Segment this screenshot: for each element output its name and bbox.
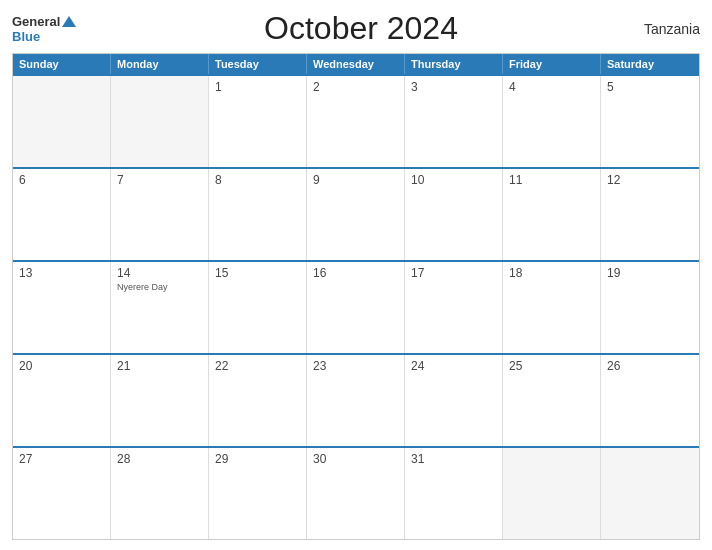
day-number: 7 xyxy=(117,173,202,187)
page-header: General Blue October 2024 Tanzania xyxy=(12,10,700,47)
weekday-header: Thursday xyxy=(405,54,503,74)
calendar-cell: 25 xyxy=(503,355,601,446)
day-number: 3 xyxy=(411,80,496,94)
day-number: 4 xyxy=(509,80,594,94)
day-number: 18 xyxy=(509,266,594,280)
day-number: 24 xyxy=(411,359,496,373)
calendar-grid: SundayMondayTuesdayWednesdayThursdayFrid… xyxy=(12,53,700,540)
day-number: 21 xyxy=(117,359,202,373)
calendar-cell: 20 xyxy=(13,355,111,446)
day-number: 11 xyxy=(509,173,594,187)
calendar-cell: 22 xyxy=(209,355,307,446)
calendar-week-row: 1314Nyerere Day1516171819 xyxy=(13,260,699,353)
calendar-cell: 9 xyxy=(307,169,405,260)
calendar-cell xyxy=(503,448,601,539)
day-number: 8 xyxy=(215,173,300,187)
calendar-cell xyxy=(111,76,209,167)
calendar-cell: 14Nyerere Day xyxy=(111,262,209,353)
holiday-label: Nyerere Day xyxy=(117,282,202,292)
calendar-cell: 4 xyxy=(503,76,601,167)
calendar-cell: 8 xyxy=(209,169,307,260)
calendar-cell: 10 xyxy=(405,169,503,260)
calendar-cell: 11 xyxy=(503,169,601,260)
calendar-cell: 29 xyxy=(209,448,307,539)
day-number: 15 xyxy=(215,266,300,280)
weekday-header: Tuesday xyxy=(209,54,307,74)
day-number: 25 xyxy=(509,359,594,373)
logo: General Blue xyxy=(12,14,92,44)
day-number: 17 xyxy=(411,266,496,280)
day-number: 31 xyxy=(411,452,496,466)
day-number: 12 xyxy=(607,173,693,187)
weekday-header: Wednesday xyxy=(307,54,405,74)
day-number: 14 xyxy=(117,266,202,280)
weekday-header: Friday xyxy=(503,54,601,74)
calendar-cell: 21 xyxy=(111,355,209,446)
calendar-cell xyxy=(13,76,111,167)
calendar-cell: 17 xyxy=(405,262,503,353)
calendar-cell: 23 xyxy=(307,355,405,446)
calendar-cell: 30 xyxy=(307,448,405,539)
weekday-header: Saturday xyxy=(601,54,699,74)
calendar-cell: 27 xyxy=(13,448,111,539)
calendar-cell: 2 xyxy=(307,76,405,167)
country-label: Tanzania xyxy=(630,21,700,37)
calendar-cell: 13 xyxy=(13,262,111,353)
calendar-cell: 7 xyxy=(111,169,209,260)
calendar-week-row: 6789101112 xyxy=(13,167,699,260)
calendar-cell: 15 xyxy=(209,262,307,353)
calendar-week-row: 2728293031 xyxy=(13,446,699,539)
day-number: 9 xyxy=(313,173,398,187)
calendar-cell: 24 xyxy=(405,355,503,446)
day-number: 27 xyxy=(19,452,104,466)
calendar-cell xyxy=(601,448,699,539)
day-number: 6 xyxy=(19,173,104,187)
calendar-week-row: 20212223242526 xyxy=(13,353,699,446)
calendar-cell: 26 xyxy=(601,355,699,446)
calendar-cell: 28 xyxy=(111,448,209,539)
day-number: 1 xyxy=(215,80,300,94)
day-number: 5 xyxy=(607,80,693,94)
weekday-header: Sunday xyxy=(13,54,111,74)
calendar-body: 1234567891011121314Nyerere Day1516171819… xyxy=(13,74,699,539)
calendar-cell: 19 xyxy=(601,262,699,353)
day-number: 22 xyxy=(215,359,300,373)
calendar-page: General Blue October 2024 Tanzania Sunda… xyxy=(0,0,712,550)
day-number: 10 xyxy=(411,173,496,187)
logo-general-text: General xyxy=(12,14,60,29)
calendar-header: SundayMondayTuesdayWednesdayThursdayFrid… xyxy=(13,54,699,74)
calendar-cell: 6 xyxy=(13,169,111,260)
weekday-header: Monday xyxy=(111,54,209,74)
day-number: 28 xyxy=(117,452,202,466)
day-number: 20 xyxy=(19,359,104,373)
day-number: 29 xyxy=(215,452,300,466)
month-title: October 2024 xyxy=(92,10,630,47)
calendar-cell: 12 xyxy=(601,169,699,260)
day-number: 13 xyxy=(19,266,104,280)
calendar-cell: 5 xyxy=(601,76,699,167)
calendar-week-row: 12345 xyxy=(13,74,699,167)
calendar-cell: 31 xyxy=(405,448,503,539)
day-number: 23 xyxy=(313,359,398,373)
logo-triangle-icon xyxy=(62,16,76,27)
day-number: 2 xyxy=(313,80,398,94)
logo-blue-text: Blue xyxy=(12,29,92,44)
calendar-cell: 18 xyxy=(503,262,601,353)
day-number: 26 xyxy=(607,359,693,373)
day-number: 16 xyxy=(313,266,398,280)
calendar-cell: 1 xyxy=(209,76,307,167)
calendar-cell: 16 xyxy=(307,262,405,353)
day-number: 30 xyxy=(313,452,398,466)
day-number: 19 xyxy=(607,266,693,280)
calendar-cell: 3 xyxy=(405,76,503,167)
